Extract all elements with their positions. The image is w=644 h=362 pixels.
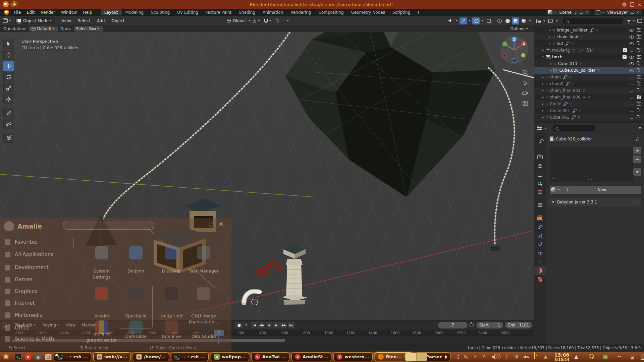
hidden-eye-icon[interactable] <box>630 116 634 119</box>
panel-grip[interactable]: :::: <box>632 200 638 204</box>
frame-start-field[interactable]: Start1 <box>476 322 503 328</box>
gizmo-neg-x-axis[interactable] <box>502 54 507 58</box>
navigation-gizmo[interactable]: Z X <box>499 35 529 65</box>
transform-tool[interactable] <box>3 94 14 104</box>
hidden-eye-icon[interactable] <box>630 110 634 112</box>
close-icon[interactable]: × <box>219 221 223 227</box>
hidden-eye-icon[interactable] <box>630 83 634 85</box>
pin-icon[interactable] <box>209 222 214 228</box>
shading-rendered-button[interactable] <box>520 17 527 24</box>
tab-material[interactable] <box>534 266 546 275</box>
disable-render-icon[interactable] <box>637 42 641 45</box>
cursor-tool[interactable] <box>3 50 14 60</box>
menu-select[interactable]: Select <box>74 18 94 23</box>
outliner-row-torch[interactable]: ▾ torch <box>534 54 644 60</box>
render-disabled-icon[interactable] <box>637 89 641 92</box>
file-manager-launcher-icon[interactable]: ▤ <box>45 354 52 360</box>
gimp-icon[interactable] <box>197 287 210 300</box>
app-mtpaint[interactable]: mtPaint graphic editor <box>85 331 118 343</box>
category-development[interactable]: Development <box>15 264 49 270</box>
select-box-tool[interactable] <box>3 39 14 49</box>
add-workspace-button[interactable]: + <box>414 10 423 15</box>
outliner-row-chain[interactable]: ▸▽ chain ▽ <box>534 74 644 80</box>
hide-viewport-icon[interactable] <box>629 36 634 39</box>
dictionary-tray-icon[interactable]: a <box>631 354 634 360</box>
hidden-eye-icon[interactable] <box>630 76 634 78</box>
properties-editor-icon[interactable] <box>537 126 542 130</box>
disable-render-icon[interactable] <box>637 62 641 65</box>
tab-animation[interactable]: Animation <box>259 9 287 15</box>
hide-viewport-icon[interactable] <box>629 56 634 59</box>
new-material-button[interactable]: +New <box>562 186 641 194</box>
category-multimedia[interactable]: Multimedia <box>15 312 43 318</box>
tab-geometry-nodes[interactable]: Geometry Nodes <box>347 9 389 15</box>
category-favorites[interactable]: Favorites <box>15 239 38 245</box>
frame-end-field[interactable]: End1101 <box>505 322 532 328</box>
hide-viewport-icon[interactable] <box>629 62 634 65</box>
render-disabled-icon[interactable] <box>637 102 641 106</box>
pivot-point-icon[interactable]: ◎ <box>252 18 256 23</box>
tab-scene[interactable] <box>534 179 546 188</box>
app-dolphin[interactable]: Dolphin <box>119 268 153 274</box>
shading-solid-button[interactable] <box>504 17 511 24</box>
dolphin-icon[interactable] <box>129 246 143 259</box>
outliner-row-cube026-collider[interactable]: ▸▽ Cube.026_collider ▽ <box>534 67 644 74</box>
tab-rendering[interactable]: Rendering <box>287 9 315 15</box>
app-unity-hub[interactable]: Unity Hub <box>155 313 188 319</box>
xray-toggle-button[interactable] <box>485 17 492 24</box>
launcher-search-input[interactable] <box>63 221 154 230</box>
tab-shading[interactable]: Shading <box>235 9 259 15</box>
pan-button[interactable] <box>521 78 529 87</box>
bluetooth-tray-icon[interactable]: ᛒ <box>505 354 508 360</box>
clipboard-scissors-tray-icon[interactable]: ✂ <box>474 354 478 360</box>
expand-icon[interactable]: ▸ <box>541 82 545 85</box>
expand-icon[interactable]: ▸ <box>553 176 554 180</box>
hide-viewport-icon[interactable] <box>629 29 634 32</box>
clock[interactable]: 13:083/10/24 <box>552 352 572 362</box>
scale-tool[interactable] <box>3 83 14 93</box>
wifi-tray-icon[interactable] <box>534 353 535 359</box>
tab-particles[interactable] <box>534 231 546 240</box>
collection-checkbox[interactable] <box>623 48 627 52</box>
hat-tray-icon[interactable]: ▲ <box>574 354 578 360</box>
tab-scripting[interactable]: Scripting <box>389 9 414 15</box>
pin-icon[interactable] <box>636 137 639 141</box>
add-slot-button[interactable]: + <box>633 147 641 154</box>
tower-object[interactable] <box>282 244 307 305</box>
orientation-value[interactable]: Global <box>231 18 247 23</box>
gizmo-y-axis[interactable] <box>502 42 507 46</box>
menu-window[interactable]: Window <box>58 10 80 15</box>
taskbar-window-anatwi[interactable]: VAnaTwi ... <box>251 352 289 361</box>
hidden-eye-icon[interactable] <box>630 49 634 52</box>
media-player-launcher-icon[interactable]: ◉ <box>35 354 42 360</box>
usb-tray-icon[interactable]: ψ <box>515 354 518 360</box>
discover-icon[interactable] <box>165 246 178 259</box>
volume-tray-icon[interactable]: ◀))) <box>491 354 501 360</box>
falloff-curve-icon[interactable]: ⌒ <box>281 18 285 24</box>
show-desktop-button[interactable] <box>641 354 644 360</box>
properties-search-input[interactable] <box>552 125 595 131</box>
outliner-row-chain0[interactable]: ▸▽ chain0 ▽ <box>534 80 644 87</box>
remove-viewlayer-icon[interactable]: × <box>635 10 640 15</box>
hide-viewport-icon[interactable] <box>629 42 634 45</box>
tab-modifiers[interactable] <box>534 223 546 231</box>
new-scene-icon[interactable] <box>580 11 583 14</box>
render-enabled-icon[interactable] <box>637 96 641 99</box>
add-cube-tool[interactable] <box>3 133 14 143</box>
rotate-tool[interactable] <box>3 72 14 82</box>
auto-key-button[interactable]: ● <box>235 322 244 328</box>
expand-icon[interactable]: ▸ <box>549 69 553 72</box>
vivaldi-launcher-icon[interactable]: V <box>25 354 32 360</box>
outliner-row-movierig[interactable]: ▸ movierig ▽ ☽3 2 <box>534 47 644 54</box>
tab-compositing[interactable]: Compositing <box>315 9 347 15</box>
tab-render[interactable] <box>534 153 546 162</box>
expand-icon[interactable]: ▸ <box>548 42 552 45</box>
system-settings-icon[interactable] <box>95 246 108 259</box>
hide-viewport-icon[interactable] <box>629 69 634 72</box>
tab-texture[interactable] <box>534 275 546 284</box>
unlink-scene-icon[interactable]: × <box>584 10 589 15</box>
app-discover[interactable]: Discover <box>155 268 188 274</box>
menu-edit[interactable]: Edit <box>24 10 38 15</box>
category-internet[interactable]: Internet <box>15 300 35 306</box>
remove-slot-button[interactable]: − <box>633 156 641 163</box>
